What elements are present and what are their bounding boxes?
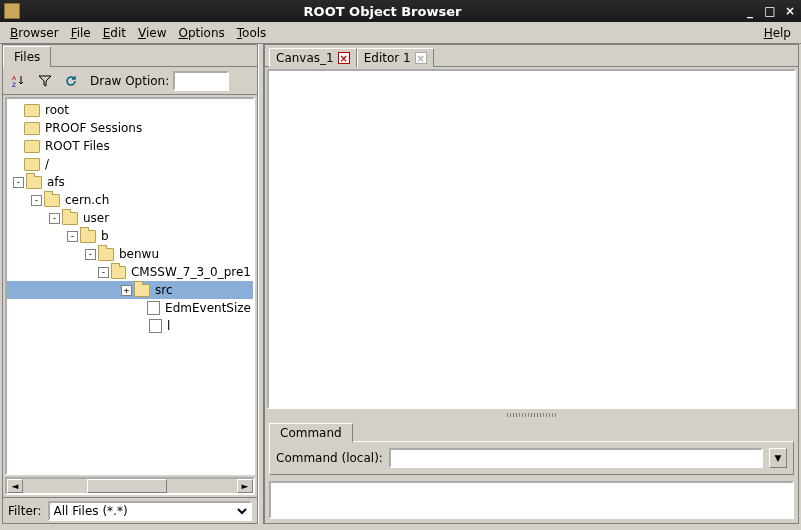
command-input[interactable] [389, 448, 763, 468]
expand-icon[interactable]: + [121, 285, 132, 296]
tree-node-rootfiles[interactable]: ROOT Files [7, 137, 253, 155]
tree-node-afs[interactable]: -afs [7, 173, 253, 191]
menu-view[interactable]: View [132, 24, 172, 42]
tree-node-src[interactable]: +src [7, 281, 253, 299]
titlebar: ROOT Object Browser _ □ × [0, 0, 801, 22]
file-icon [147, 301, 160, 315]
minimize-button[interactable]: _ [741, 3, 759, 19]
right-tab-row: Canvas_1 × Editor 1 × [265, 45, 798, 67]
right-panel: Canvas_1 × Editor 1 × Command Command (l… [264, 44, 799, 524]
command-history-dropdown[interactable]: ▼ [769, 448, 787, 468]
file-icon [149, 319, 162, 333]
svg-text:Z: Z [12, 81, 16, 88]
draw-option-label: Draw Option: [90, 74, 169, 88]
filter-icon[interactable] [34, 70, 56, 92]
collapse-icon[interactable]: - [13, 177, 24, 188]
scroll-right-icon[interactable]: ► [237, 479, 253, 493]
left-tab-row: Files [3, 45, 257, 67]
collapse-icon[interactable]: - [49, 213, 60, 224]
menu-options[interactable]: Options [172, 24, 230, 42]
collapse-icon[interactable]: - [85, 249, 96, 260]
refresh-icon[interactable] [60, 70, 82, 92]
menu-help[interactable]: Help [758, 24, 797, 42]
scroll-thumb[interactable] [87, 479, 167, 493]
left-panel: Files AZ Draw Option: root PROOF Session… [2, 44, 258, 524]
file-tree[interactable]: root PROOF Sessions ROOT Files / -afs -c… [5, 97, 255, 475]
close-button[interactable]: × [781, 3, 799, 19]
sort-icon[interactable]: AZ [8, 70, 30, 92]
scroll-left-icon[interactable]: ◄ [7, 479, 23, 493]
filter-row: Filter: All Files (*.*) [3, 497, 257, 523]
menu-bar: Browser File Edit View Options Tools Hel… [0, 22, 801, 44]
collapse-icon[interactable]: - [98, 267, 109, 278]
window-title: ROOT Object Browser [24, 4, 741, 19]
tree-node-benwu[interactable]: -benwu [7, 245, 253, 263]
menu-file[interactable]: File [65, 24, 97, 42]
close-tab-icon[interactable]: × [415, 52, 427, 64]
tree-node-l[interactable]: l [7, 317, 253, 335]
filter-label: Filter: [8, 504, 42, 518]
horizontal-splitter[interactable] [265, 411, 798, 419]
collapse-icon[interactable]: - [31, 195, 42, 206]
tab-canvas[interactable]: Canvas_1 × [269, 48, 357, 67]
tab-label: Editor 1 [364, 51, 411, 65]
tree-node-edm[interactable]: EdmEventSize [7, 299, 253, 317]
tree-node-user[interactable]: -user [7, 209, 253, 227]
menu-edit[interactable]: Edit [97, 24, 132, 42]
tab-editor[interactable]: Editor 1 × [357, 48, 434, 67]
menu-tools[interactable]: Tools [231, 24, 273, 42]
command-label: Command (local): [276, 451, 383, 465]
draw-option-input[interactable] [173, 71, 229, 91]
close-tab-icon[interactable]: × [338, 52, 350, 64]
collapse-icon[interactable]: - [67, 231, 78, 242]
tree-node-root[interactable]: root [7, 101, 253, 119]
canvas-area[interactable] [267, 69, 796, 409]
tree-node-cmssw[interactable]: -CMSSW_7_3_0_pre1 [7, 263, 253, 281]
svg-text:A: A [12, 74, 17, 81]
menu-browser[interactable]: Browser [4, 24, 65, 42]
tree-node-slash[interactable]: / [7, 155, 253, 173]
left-toolbar: AZ Draw Option: [3, 67, 257, 95]
main-area: Files AZ Draw Option: root PROOF Session… [0, 44, 801, 526]
output-area[interactable] [269, 481, 794, 519]
maximize-button[interactable]: □ [761, 3, 779, 19]
tab-files[interactable]: Files [3, 46, 51, 67]
app-icon [4, 3, 20, 19]
tree-node-b[interactable]: -b [7, 227, 253, 245]
tree-node-cernch[interactable]: -cern.ch [7, 191, 253, 209]
tab-label: Canvas_1 [276, 51, 334, 65]
tab-command[interactable]: Command [269, 423, 353, 442]
command-section: Command Command (local): ▼ [265, 419, 798, 477]
tree-hscrollbar[interactable]: ◄ ► [5, 477, 255, 495]
filter-select[interactable]: All Files (*.*) [48, 501, 252, 521]
tree-node-proof[interactable]: PROOF Sessions [7, 119, 253, 137]
